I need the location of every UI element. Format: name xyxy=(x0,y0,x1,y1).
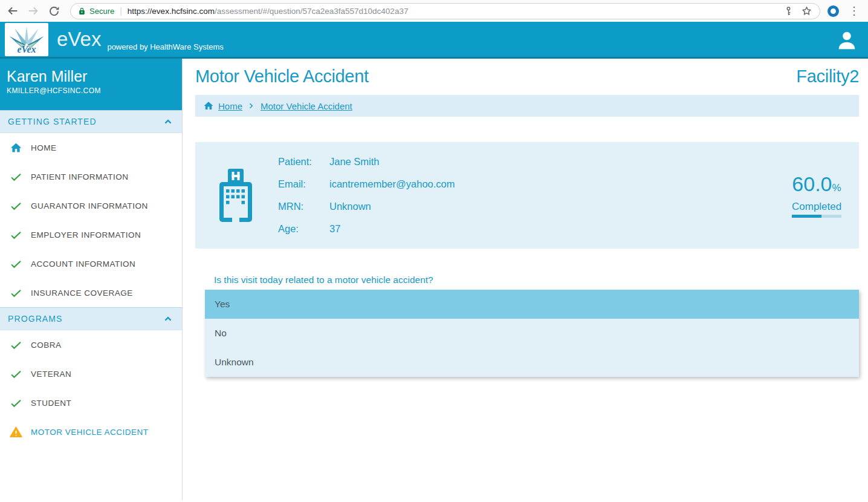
url-domain: https://evex.hcfsinc.com xyxy=(128,7,215,16)
password-key-icon[interactable] xyxy=(783,6,794,16)
forward-icon[interactable] xyxy=(27,4,40,18)
security-chip[interactable]: Secure xyxy=(78,7,114,16)
option-no[interactable]: No xyxy=(205,319,859,348)
user-name: Karen Miller xyxy=(7,68,182,84)
hospital-icon xyxy=(215,168,257,223)
completion-progress: 60.0% Completed xyxy=(792,174,841,218)
option-label: Unknown xyxy=(215,357,254,368)
chevron-up-icon xyxy=(163,313,173,324)
evex-logo: eVex xyxy=(5,23,48,56)
home-icon xyxy=(203,100,214,111)
browser-toolbar: Secure | https://evex.hcfsinc.com/assess… xyxy=(0,0,868,22)
page-title: Motor Vehicle Accident xyxy=(195,67,369,86)
section-label: GETTING STARTED xyxy=(8,117,97,126)
field-label: Age: xyxy=(278,218,329,240)
check-icon xyxy=(10,397,22,409)
bookmark-star-icon[interactable] xyxy=(801,5,812,17)
check-icon xyxy=(10,368,22,380)
sidebar-user-block: Karen Miller KMILLER@HCFSINC.COM xyxy=(0,59,182,110)
browser-extension-icon[interactable] xyxy=(828,5,839,17)
sidebar-item-label: ACCOUNT INFORMATION xyxy=(31,259,135,269)
section-label: PROGRAMS xyxy=(8,314,62,324)
completion-percent: 60.0% xyxy=(792,174,841,198)
sidebar-item-label: HOME xyxy=(31,143,57,152)
account-icon[interactable] xyxy=(835,29,858,52)
section-getting-started[interactable]: GETTING STARTED xyxy=(0,110,182,133)
check-icon xyxy=(10,200,22,212)
app-name: eVex xyxy=(57,28,101,51)
sidebar-item-student[interactable]: STUDENT xyxy=(0,388,182,417)
field-value: Unknown xyxy=(329,195,371,218)
breadcrumb-current-link[interactable]: Motor Vehicle Accident xyxy=(261,101,352,111)
reload-icon[interactable] xyxy=(47,4,60,18)
url-path: /assessment/#/question/57ca2ea3fa557d10d… xyxy=(215,7,409,16)
url-text: https://evex.hcfsinc.com/assessment/#/qu… xyxy=(128,7,409,16)
browser-menu-icon[interactable]: ⋮ xyxy=(846,5,862,16)
main-content: Motor Vehicle Accident Facility2 Home Mo… xyxy=(183,59,868,500)
sidebar-item-employer-information[interactable]: EMPLOYER INFORMATION xyxy=(0,220,182,249)
option-unknown[interactable]: Unknown xyxy=(205,348,859,377)
patient-card: Patient:Jane Smith Email:icantremember@y… xyxy=(195,142,859,249)
sidebar-item-label: EMPLOYER INFORMATION xyxy=(31,230,141,240)
section-programs[interactable]: PROGRAMS xyxy=(0,307,182,330)
option-yes[interactable]: Yes xyxy=(205,290,859,319)
sidebar-item-label: GUARANTOR INFORMATION xyxy=(31,201,148,210)
sidebar-item-patient-information[interactable]: PATIENT INFORMATION xyxy=(0,162,182,191)
sidebar-item-home[interactable]: HOME xyxy=(0,133,182,162)
user-email: KMILLER@HCFSINC.COM xyxy=(7,86,182,95)
sidebar-item-label: MOTOR VEHICLE ACCIDENT xyxy=(31,428,149,437)
lock-icon xyxy=(78,7,86,16)
field-value: 37 xyxy=(329,218,340,240)
patient-field: Patient:Jane Smith xyxy=(278,151,455,173)
back-icon[interactable] xyxy=(6,4,19,18)
sidebar: Karen Miller KMILLER@HCFSINC.COM GETTING… xyxy=(0,59,183,500)
check-icon xyxy=(10,171,22,183)
field-label: Email: xyxy=(278,173,329,195)
app-header: eVex eVex powered by HealthWare Systems xyxy=(0,22,868,59)
field-value: icantremember@yahoo.com xyxy=(329,173,455,195)
sidebar-item-label: INSURANCE COVERAGE xyxy=(31,288,133,298)
app-tagline: powered by HealthWare Systems xyxy=(107,42,223,51)
check-icon xyxy=(10,339,22,351)
sidebar-item-label: PATIENT INFORMATION xyxy=(31,172,129,181)
check-icon xyxy=(10,287,22,299)
chevron-right-icon xyxy=(247,101,256,111)
sidebar-item-cobra[interactable]: COBRA xyxy=(0,330,182,359)
completion-label: Completed xyxy=(792,201,841,213)
sidebar-item-guarantor-information[interactable]: GUARANTOR INFORMATION xyxy=(0,191,182,220)
breadcrumb-label: Motor Vehicle Accident xyxy=(261,101,352,111)
sidebar-item-veteran[interactable]: VETERAN xyxy=(0,359,182,388)
patient-fields: Patient:Jane Smith Email:icantremember@y… xyxy=(278,151,455,240)
chevron-up-icon xyxy=(163,116,173,127)
field-label: MRN: xyxy=(278,195,329,218)
sidebar-item-label: COBRA xyxy=(31,341,62,350)
patient-field: Age:37 xyxy=(278,218,455,240)
sidebar-item-insurance-coverage[interactable]: INSURANCE COVERAGE xyxy=(0,278,182,307)
field-value: Jane Smith xyxy=(329,151,380,173)
progress-bar xyxy=(792,215,841,218)
sidebar-item-account-information[interactable]: ACCOUNT INFORMATION xyxy=(0,249,182,278)
home-icon xyxy=(10,142,22,154)
field-label: Patient: xyxy=(278,151,329,173)
breadcrumb: Home Motor Vehicle Accident xyxy=(195,95,859,117)
sidebar-item-label: VETERAN xyxy=(31,370,71,379)
sidebar-item-motor-vehicle-accident[interactable]: MOTOR VEHICLE ACCIDENT xyxy=(0,417,182,446)
patient-field: Email:icantremember@yahoo.com xyxy=(278,173,455,195)
warning-icon xyxy=(10,426,22,438)
question-text: Is this visit today related to a motor v… xyxy=(214,275,859,285)
option-label: Yes xyxy=(215,299,230,310)
sidebar-item-label: STUDENT xyxy=(31,399,71,408)
option-label: No xyxy=(215,328,227,339)
breadcrumb-home-link[interactable]: Home xyxy=(203,100,242,111)
check-icon xyxy=(10,258,22,270)
facility-label: Facility2 xyxy=(796,67,859,86)
breadcrumb-label: Home xyxy=(218,101,242,111)
check-icon xyxy=(10,229,22,241)
svg-text:eVex: eVex xyxy=(17,44,36,54)
address-bar[interactable]: Secure | https://evex.hcfsinc.com/assess… xyxy=(70,3,820,19)
patient-field: MRN:Unknown xyxy=(278,195,455,218)
omnibox-divider: | xyxy=(120,6,122,16)
secure-label: Secure xyxy=(89,7,114,16)
answer-options: Yes No Unknown xyxy=(205,290,859,377)
